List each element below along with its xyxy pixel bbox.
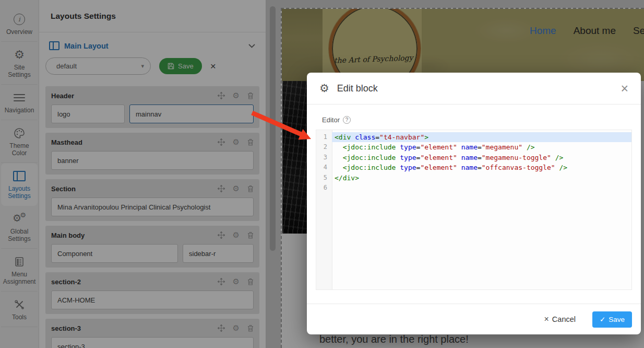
close-icon[interactable]: × xyxy=(621,82,628,95)
code-line: 4 <jdoc:include type="element" name="off… xyxy=(316,163,631,172)
modal-body: Editor ? 1<div class="t4-navbar">2 <jdoc… xyxy=(307,105,641,290)
edit-block-modal: ⚙ Edit block × Editor ? 1<div class="t4-… xyxy=(307,73,641,334)
check-icon: ✓ xyxy=(600,315,605,323)
help-icon[interactable]: ? xyxy=(343,116,351,124)
code-line: 3 <jdoc:include type="element" name="meg… xyxy=(316,153,631,163)
gear-icon: ⚙ xyxy=(319,83,329,94)
code-editor[interactable]: 1<div class="t4-navbar">2 <jdoc:include … xyxy=(316,130,632,290)
modal-save-button[interactable]: ✓ Save xyxy=(592,311,632,328)
editor-label: Editor xyxy=(322,116,340,124)
cancel-label: Cancel xyxy=(552,315,576,323)
code-line: 5</div> xyxy=(316,173,631,183)
modal-header: ⚙ Edit block × xyxy=(307,73,641,105)
x-icon: × xyxy=(544,315,549,324)
code-line: 1<div class="t4-navbar"> xyxy=(316,132,631,142)
modal-title: Edit block xyxy=(337,83,378,94)
t4-layout-builder: i Overview ⚙ Site Settings Navigation Th… xyxy=(0,0,644,348)
modal-footer: × Cancel ✓ Save xyxy=(307,304,641,334)
code-line: 6 xyxy=(316,183,631,193)
save-label: Save xyxy=(609,316,625,323)
code-line: 2 <jdoc:include type="element" name="meg… xyxy=(316,142,631,152)
cancel-button[interactable]: × Cancel xyxy=(541,314,579,324)
